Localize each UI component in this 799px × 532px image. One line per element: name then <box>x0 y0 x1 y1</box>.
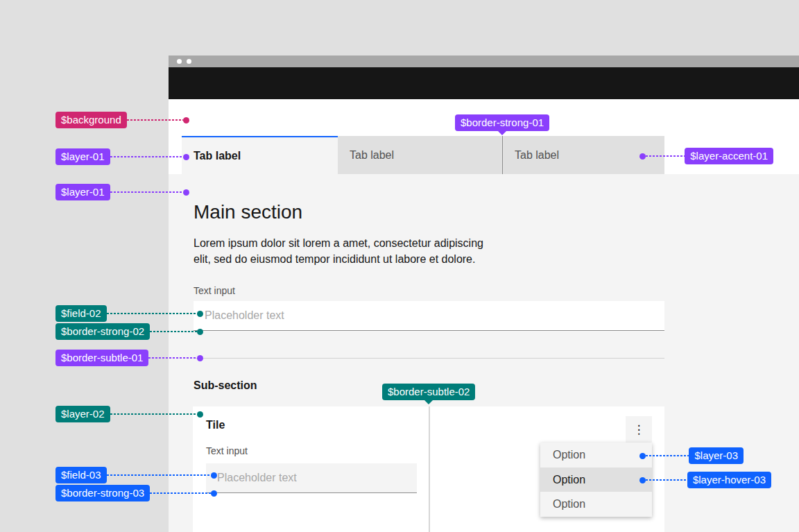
annotation-layer-accent-01: $layer-accent-01 <box>639 148 773 164</box>
annotation-layer-01: $layer-01 <box>55 148 189 165</box>
tab-bar: Tab label Tab label Tab label <box>182 136 664 174</box>
tile: Tile Text input <box>193 406 429 532</box>
annotation-line <box>107 313 197 314</box>
annotation-line <box>150 331 197 332</box>
tile-input-label: Text input <box>206 445 248 456</box>
annotation-line <box>646 479 687 481</box>
token-badge: $layer-hover-03 <box>687 472 771 488</box>
token-badge: $border-strong-03 <box>55 485 150 501</box>
annotation-field-03: $field-03 <box>55 467 217 483</box>
token-badge: $layer-02 <box>55 406 110 422</box>
annotation-dot <box>639 453 646 459</box>
annotation-border-strong-01: $border-strong-01 <box>455 114 549 131</box>
body-text: Lorem ipsum dolor sit lorem a amet, cons… <box>194 235 493 267</box>
annotation-border-subtle-01: $border-subtle-01 <box>55 350 203 366</box>
subsection-title: Sub-section <box>194 379 257 392</box>
window-titlebar <box>169 55 799 67</box>
annotation-dot <box>197 329 203 335</box>
token-badge: $field-03 <box>55 467 107 483</box>
annotation-dot <box>183 117 189 123</box>
annotation-border-subtle-02: $border-subtle-02 <box>382 384 475 400</box>
text-input-label: Text input <box>194 285 235 296</box>
annotation-line <box>150 492 211 494</box>
tile: ⋮ Option Option Option <box>430 406 664 532</box>
annotation-layer-03: $layer-03 <box>639 447 744 464</box>
tab-label: Tab label <box>194 150 241 162</box>
annotation-field-02: $field-02 <box>55 305 203 322</box>
annotation-dot <box>211 490 217 497</box>
annotation-line <box>646 455 689 456</box>
annotation-dot <box>639 477 646 483</box>
window-control-dot <box>187 59 191 64</box>
overflow-menu-vertical-icon: ⋮ <box>633 424 645 436</box>
annotation-line <box>110 156 183 157</box>
menu-option-hovered[interactable]: Option <box>540 467 652 492</box>
menu-option[interactable]: Option <box>540 443 652 467</box>
text-input[interactable] <box>194 301 664 331</box>
tile-group: Tile Text input ⋮ Option Option Option <box>193 406 664 532</box>
token-badge: $field-02 <box>55 305 107 322</box>
token-badge: $background <box>55 112 127 128</box>
tab[interactable]: Tab label <box>338 136 502 174</box>
annotation-layer-hover-03: $layer-hover-03 <box>639 472 771 488</box>
annotation-border-strong-02: $border-strong-02 <box>55 323 203 340</box>
dropdown-menu: Option Option Option <box>540 443 652 517</box>
annotation-dot <box>639 153 646 160</box>
annotation-dot <box>211 472 217 479</box>
annotation-line <box>127 119 183 121</box>
section-divider <box>194 358 664 359</box>
annotation-layer-01: $layer-01 <box>55 184 189 200</box>
annotation-dot <box>197 311 203 317</box>
window-header <box>169 67 799 99</box>
tab-label: Tab label <box>350 149 394 162</box>
annotation-border-strong-03: $border-strong-03 <box>55 485 217 501</box>
overflow-menu-button[interactable]: ⋮ <box>626 416 652 443</box>
annotation-dot <box>197 411 203 418</box>
annotation-dot <box>183 189 189 196</box>
token-badge: $layer-01 <box>55 184 110 200</box>
annotation-line <box>110 191 183 193</box>
annotation-line <box>148 357 197 359</box>
tile-title: Tile <box>206 419 225 431</box>
annotation-layer-02: $layer-02 <box>55 406 203 422</box>
annotation-dot <box>197 355 203 361</box>
token-badge: $border-subtle-01 <box>55 350 148 366</box>
page-title: Main section <box>194 201 302 223</box>
tab-selected[interactable]: Tab label <box>182 136 338 174</box>
token-badge: $border-subtle-02 <box>382 384 475 400</box>
annotation-line <box>107 474 211 476</box>
token-badge: $border-strong-02 <box>55 323 150 340</box>
token-badge: $layer-accent-01 <box>685 148 773 164</box>
token-badge: $layer-03 <box>689 447 744 464</box>
menu-option[interactable]: Option <box>540 492 652 517</box>
annotation-dot <box>183 154 189 160</box>
token-badge: $border-strong-01 <box>455 114 549 131</box>
annotation-background: $background <box>55 112 189 128</box>
annotation-line <box>110 413 197 415</box>
tile-text-input[interactable] <box>206 463 417 493</box>
annotation-line <box>646 155 685 157</box>
tab-label: Tab label <box>515 149 559 162</box>
token-badge: $layer-01 <box>55 148 110 165</box>
window-control-dot <box>177 59 182 64</box>
